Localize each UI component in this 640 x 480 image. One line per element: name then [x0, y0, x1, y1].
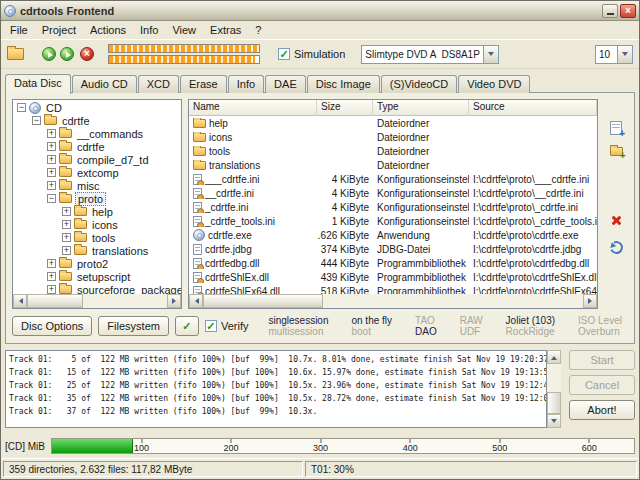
filesystem-button[interactable]: Filesystem [98, 316, 169, 336]
tree-node-icons[interactable]: +icons [13, 218, 181, 231]
tab-video-dvd[interactable]: Video DVD [458, 75, 530, 93]
open-project-icon[interactable] [7, 48, 24, 60]
scroll-up-icon[interactable] [547, 350, 561, 364]
drive-select[interactable]: Slimtype DVD A DS8A1P [361, 45, 499, 64]
table-row[interactable]: translationsDateiordner [189, 158, 597, 172]
table-row[interactable]: iconsDateiordner [189, 130, 597, 144]
tree-node-commands[interactable]: +__commands [13, 127, 181, 140]
tree-node-cdrtfe[interactable]: +cdrtfe [13, 140, 181, 153]
tab-s-videocd[interactable]: (S)VideoCD [381, 75, 458, 93]
menu-actions[interactable]: Actions [83, 23, 133, 37]
refresh-icon[interactable] [608, 239, 625, 256]
scroll-thumb[interactable] [203, 294, 323, 308]
disc-options-button[interactable]: Disc Options [12, 316, 92, 336]
expand-icon[interactable]: + [47, 155, 56, 164]
tab-info[interactable]: Info [228, 75, 264, 93]
apply-button[interactable]: ✓ [175, 316, 199, 336]
scroll-left-icon[interactable] [13, 294, 27, 308]
verify-checkbox[interactable]: ✓ Verify [205, 320, 249, 332]
table-row[interactable]: helpDateiordner [189, 116, 597, 130]
table-row[interactable]: _cdrtfe.ini4 KiByteKonfigurationseinstel… [189, 200, 597, 214]
speed-select[interactable]: 10 [595, 45, 633, 64]
tree-node-proto2[interactable]: +proto2 [13, 257, 181, 270]
table-row[interactable]: cdrtfeShlEx64.dll518 KiByteProgrammbibli… [189, 284, 597, 294]
expand-icon[interactable]: + [47, 285, 56, 294]
menu-file[interactable]: File [3, 23, 35, 37]
collapse-icon[interactable]: − [32, 116, 41, 125]
simulation-checkbox[interactable]: ✓ Simulation [278, 48, 345, 60]
table-row[interactable]: cdrtfedbg.dll444 KiByteProgrammbibliothe… [189, 256, 597, 270]
stop-icon[interactable]: × [80, 47, 94, 61]
column-header-name[interactable]: Name [189, 100, 317, 116]
tab-erase[interactable]: Erase [180, 75, 227, 93]
column-header-size[interactable]: Size [317, 100, 373, 116]
close-button[interactable]: × [620, 4, 636, 18]
tree-node-translations[interactable]: +translations [13, 244, 181, 257]
menu-extras[interactable]: Extras [203, 23, 248, 37]
menu-help[interactable]: ? [248, 23, 268, 37]
table-row[interactable]: _cdrtfe_tools.ini1 KiByteKonfigurationse… [189, 214, 597, 228]
chevron-down-icon[interactable] [483, 46, 498, 63]
scroll-thumb[interactable] [27, 294, 83, 308]
table-row[interactable]: cdrtfe.exe1.626 KiByteAnwendungI:\cdrtfe… [189, 228, 597, 242]
tree-node-setupscript[interactable]: +setupscript [13, 270, 181, 283]
log-row: Track 01: 5 of 122 MB written (fifo 100%… [5, 350, 635, 428]
tree-node-cdrtfe[interactable]: −cdrtfe [13, 114, 181, 127]
collapse-icon[interactable]: − [47, 194, 56, 203]
options-row: Disc Options Filesystem ✓ ✓ Verify singl… [12, 313, 628, 339]
menu-info[interactable]: Info [133, 23, 165, 37]
expand-icon[interactable]: + [47, 272, 56, 281]
scroll-down-icon[interactable] [547, 414, 561, 428]
chevron-down-icon[interactable] [617, 46, 632, 63]
tree-hscrollbar[interactable] [13, 294, 181, 308]
log-vscrollbar[interactable] [547, 350, 561, 428]
tree-node-misc[interactable]: +misc [13, 179, 181, 192]
abort-button[interactable]: Abort! [569, 400, 635, 420]
table-row[interactable]: ___cdrtfe.ini4 KiByteKonfigurationseinst… [189, 172, 597, 186]
table-row[interactable]: toolsDateiordner [189, 144, 597, 158]
tab-audio-cd[interactable]: Audio CD [72, 75, 137, 93]
tab-dae[interactable]: DAE [265, 75, 306, 93]
tree-node-compile-d7-td[interactable]: +compile_d7_td [13, 153, 181, 166]
buffer-gauge [108, 55, 260, 64]
tree-node-cd[interactable]: −CD [13, 101, 181, 114]
scroll-thumb[interactable] [547, 392, 561, 414]
table-row[interactable]: cdrtfeShlEx.dll439 KiByteProgrammbibliot… [189, 270, 597, 284]
expand-icon[interactable]: + [47, 168, 56, 177]
minimize-button[interactable] [602, 4, 618, 18]
scroll-right-icon[interactable] [167, 294, 181, 308]
expand-icon[interactable]: + [62, 233, 71, 242]
expand-icon[interactable]: + [47, 181, 56, 190]
expand-icon[interactable]: + [47, 259, 56, 268]
list-hscrollbar[interactable] [189, 294, 597, 308]
tree-node-proto[interactable]: −proto [13, 192, 181, 205]
expand-icon[interactable]: + [62, 246, 71, 255]
add-file-icon[interactable] [610, 121, 622, 135]
scroll-left-icon[interactable] [189, 294, 203, 308]
column-header-source[interactable]: Source [469, 100, 597, 116]
tab-data-disc[interactable]: Data Disc [5, 74, 71, 94]
start-burn-icon[interactable] [42, 47, 56, 61]
tree-node-extcomp[interactable]: +extcomp [13, 166, 181, 179]
menu-project[interactable]: Project [35, 23, 83, 37]
tab-disc-image[interactable]: Disc Image [307, 75, 380, 93]
table-row[interactable]: __cdrtfe.ini4 KiByteKonfigurationseinste… [189, 186, 597, 200]
rescan-icon[interactable] [60, 47, 74, 61]
expand-icon[interactable]: + [62, 207, 71, 216]
new-folder-icon[interactable] [610, 147, 623, 156]
ini-icon [193, 174, 202, 185]
tab-xcd[interactable]: XCD [138, 75, 179, 93]
column-header-type[interactable]: Type [373, 100, 469, 116]
expand-icon[interactable]: + [47, 142, 56, 151]
tree-node-tools[interactable]: +tools [13, 231, 181, 244]
table-row[interactable]: cdrtfe.jdbg374 KiByteJDBG-DateiI:\cdrtfe… [189, 242, 597, 256]
tree-node-help[interactable]: +help [13, 205, 181, 218]
menu-view[interactable]: View [165, 23, 203, 37]
tree-node-sourceforge-package[interactable]: +sourceforge_package [13, 283, 181, 294]
expand-icon[interactable]: + [62, 220, 71, 229]
flag-rockridge: RockRidge [506, 326, 555, 337]
remove-icon[interactable] [610, 214, 623, 227]
scroll-right-icon[interactable] [583, 294, 597, 308]
expand-icon[interactable]: + [47, 129, 56, 138]
collapse-icon[interactable]: − [17, 103, 26, 112]
